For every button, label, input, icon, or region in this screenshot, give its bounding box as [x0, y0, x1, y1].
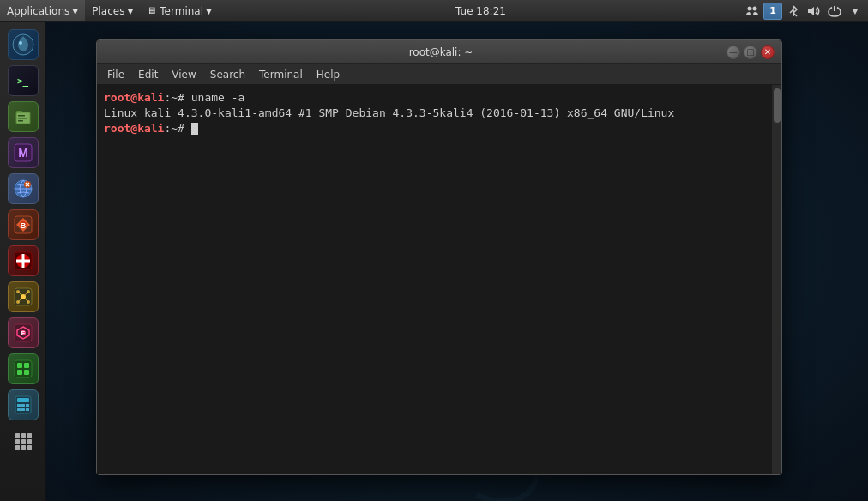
- svg-rect-45: [15, 433, 20, 438]
- svg-rect-50: [27, 439, 32, 444]
- maximize-button[interactable]: □: [744, 45, 757, 59]
- terminal-content[interactable]: root@kali:~# uname -a Linux kali 4.3.0-k…: [97, 85, 781, 474]
- workspace-badge[interactable]: 1: [763, 3, 782, 20]
- sidebar-files-icon[interactable]: [8, 101, 39, 132]
- svg-rect-52: [21, 445, 26, 450]
- svg-rect-33: [17, 363, 22, 368]
- scrollbar-thumb[interactable]: [774, 88, 781, 123]
- svg-point-1: [748, 6, 752, 10]
- command-line-1: root@kali:~# uname -a: [104, 90, 764, 106]
- terminal-output[interactable]: root@kali:~# uname -a Linux kali 4.3.0-k…: [97, 85, 771, 474]
- sidebar-bloody-icon[interactable]: [8, 245, 39, 276]
- cmd-1: uname -a: [184, 91, 244, 104]
- places-menu[interactable]: Places ▼: [85, 0, 140, 21]
- terminal-window: root@kali: ~ — □ ✕ File Edit View Search…: [96, 39, 782, 475]
- sidebar-faraday-icon[interactable]: F: [8, 317, 39, 348]
- command-line-2: root@kali:~#: [104, 121, 764, 136]
- output-line-1: Linux kali 4.3.0-kali1-amd64 #1 SMP Debi…: [104, 106, 764, 121]
- applications-label: Applications: [7, 5, 69, 17]
- svg-point-2: [753, 6, 757, 10]
- terminal-cursor: [191, 123, 198, 135]
- iceweasel-icon-svg: [13, 178, 33, 199]
- places-label: Places: [92, 5, 124, 17]
- power-icon: [828, 4, 841, 18]
- panel-left: Applications ▼ Places ▼ 🖥 Terminal ▼: [0, 0, 219, 21]
- desktop: Applications ▼ Places ▼ 🖥 Terminal ▼ Tue…: [0, 0, 868, 501]
- terminal-title: root@kali: ~: [155, 46, 726, 58]
- power-dropdown-arrow: ▼: [853, 7, 859, 15]
- panel-right: 1 ▼: [743, 0, 868, 21]
- terminal-scrollbar[interactable]: [771, 85, 781, 474]
- menu-file[interactable]: File: [100, 67, 131, 82]
- svg-rect-35: [17, 370, 22, 375]
- workspace-number: 1: [769, 5, 776, 16]
- sidebar-terminal-icon[interactable]: >_: [8, 65, 39, 96]
- volume-icon: [807, 5, 821, 17]
- svg-rect-49: [21, 439, 26, 444]
- sidebar-calc-icon[interactable]: [8, 389, 39, 420]
- svg-rect-44: [26, 408, 29, 411]
- menu-edit[interactable]: Edit: [131, 67, 165, 82]
- applications-arrow: ▼: [72, 7, 78, 15]
- sidebar-green-app-icon[interactable]: [8, 353, 39, 384]
- sidebar-iceweasel-icon[interactable]: [8, 173, 39, 204]
- prompt-hash-2: #: [178, 122, 184, 135]
- files-icon-svg: [14, 107, 33, 126]
- terminal-arrow: ▼: [206, 7, 212, 15]
- menu-view[interactable]: View: [165, 67, 202, 82]
- sidebar-burp-icon[interactable]: B: [8, 209, 39, 240]
- people-icon: [745, 4, 759, 18]
- svg-rect-39: [17, 404, 21, 407]
- people-icon-btn[interactable]: [743, 2, 762, 21]
- terminal-titlebar: root@kali: ~ — □ ✕: [97, 40, 781, 64]
- terminal-menu-icon: 🖥: [147, 5, 156, 16]
- svg-rect-46: [21, 433, 26, 438]
- sidebar: >_ M: [0, 22, 46, 501]
- close-button[interactable]: ✕: [761, 45, 775, 59]
- bluetooth-icon: [787, 4, 799, 18]
- svg-rect-7: [18, 118, 27, 119]
- places-arrow: ▼: [127, 7, 133, 15]
- svg-text:F: F: [21, 330, 25, 336]
- grid-icon-svg: [14, 432, 33, 450]
- svg-rect-51: [15, 445, 20, 450]
- svg-rect-47: [27, 433, 32, 438]
- top-panel: Applications ▼ Places ▼ 🖥 Terminal ▼ Tue…: [0, 0, 868, 22]
- sidebar-kali-icon[interactable]: [8, 29, 39, 60]
- prompt-dir-1: ~: [171, 91, 178, 104]
- prompt-user-1: root@kali: [104, 91, 164, 104]
- svg-rect-38: [17, 398, 29, 402]
- terminal-menu[interactable]: 🖥 Terminal ▼: [140, 0, 219, 21]
- menu-help[interactable]: Help: [310, 67, 347, 82]
- svg-rect-43: [21, 408, 25, 411]
- svg-rect-53: [27, 445, 32, 450]
- prompt-user-2: root@kali: [104, 122, 164, 135]
- svg-rect-41: [26, 404, 29, 407]
- terminal-symbol: >_: [17, 75, 28, 87]
- svg-rect-48: [15, 439, 20, 444]
- svg-rect-32: [15, 360, 32, 377]
- sidebar-grid-icon[interactable]: [8, 426, 39, 456]
- svg-rect-8: [18, 120, 23, 122]
- menu-search[interactable]: Search: [203, 67, 252, 82]
- terminal-label: Terminal: [160, 5, 203, 17]
- green-app-icon-svg: [13, 359, 33, 379]
- titlebar-controls: — □ ✕: [726, 45, 775, 59]
- power-arrow-btn[interactable]: ▼: [846, 2, 865, 21]
- bluetooth-btn[interactable]: [784, 2, 803, 21]
- minimize-button[interactable]: —: [726, 45, 740, 59]
- power-btn[interactable]: [825, 2, 844, 21]
- burp-icon-svg: B: [13, 214, 33, 235]
- bloody-icon-svg: [13, 250, 33, 271]
- datetime-display: Tue 18:21: [455, 5, 506, 17]
- menu-terminal[interactable]: Terminal: [252, 67, 310, 82]
- volume-btn[interactable]: [805, 2, 823, 21]
- maltego-icon-svg: [13, 287, 33, 307]
- cmd-2: [184, 122, 191, 135]
- applications-menu[interactable]: Applications ▼: [0, 0, 85, 21]
- kali-logo: [11, 33, 35, 57]
- prompt-dir-2: ~: [171, 122, 178, 135]
- svg-rect-42: [17, 408, 21, 411]
- sidebar-metasploit-icon[interactable]: M: [8, 137, 39, 168]
- sidebar-maltego-icon[interactable]: [8, 281, 39, 312]
